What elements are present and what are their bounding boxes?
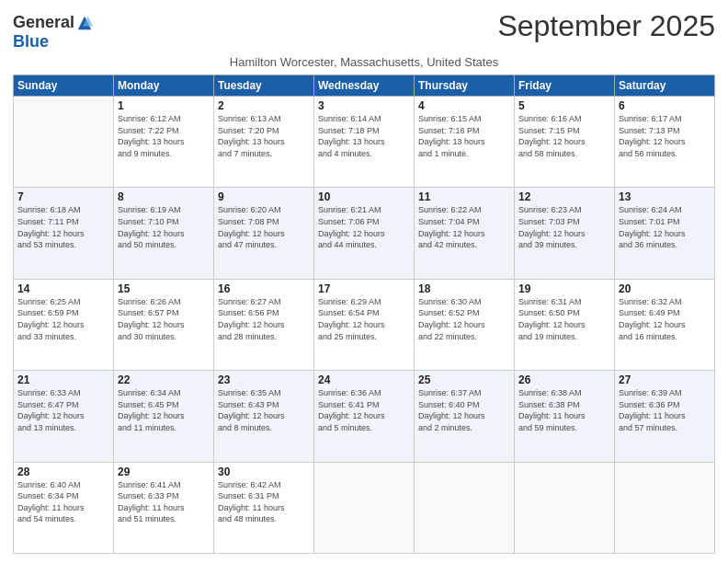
day-info: Sunrise: 6:39 AM Sunset: 6:36 PM Dayligh… [619,387,711,433]
day-number: 10 [318,190,410,203]
day-number: 8 [118,190,210,203]
day-info: Sunrise: 6:30 AM Sunset: 6:52 PM Dayligh… [418,296,510,342]
calendar-cell: 1Sunrise: 6:12 AM Sunset: 7:22 PM Daylig… [114,97,214,188]
calendar-cell: 15Sunrise: 6:26 AM Sunset: 6:57 PM Dayli… [114,279,214,370]
calendar-cell: 8Sunrise: 6:19 AM Sunset: 7:10 PM Daylig… [114,188,214,279]
location: Hamilton Worcester, Massachusetts, Unite… [13,55,715,69]
calendar-cell: 25Sunrise: 6:37 AM Sunset: 6:40 PM Dayli… [415,371,515,462]
calendar-cell: 28Sunrise: 6:40 AM Sunset: 6:34 PM Dayli… [14,462,114,553]
day-info: Sunrise: 6:25 AM Sunset: 6:59 PM Dayligh… [17,296,109,342]
calendar-header-thursday: Thursday [415,75,515,97]
calendar-cell: 30Sunrise: 6:42 AM Sunset: 6:31 PM Dayli… [214,462,314,553]
day-number: 26 [518,373,610,386]
calendar-cell: 7Sunrise: 6:18 AM Sunset: 7:11 PM Daylig… [14,188,114,279]
calendar-table: SundayMondayTuesdayWednesdayThursdayFrid… [13,75,715,554]
calendar-body: 1Sunrise: 6:12 AM Sunset: 7:22 PM Daylig… [14,97,715,554]
calendar-header-saturday: Saturday [615,75,715,97]
day-info: Sunrise: 6:41 AM Sunset: 6:33 PM Dayligh… [118,479,210,525]
calendar-cell: 29Sunrise: 6:41 AM Sunset: 6:33 PM Dayli… [114,462,214,553]
logo-icon [76,15,93,31]
day-info: Sunrise: 6:31 AM Sunset: 6:50 PM Dayligh… [518,296,610,342]
calendar-cell [615,462,715,553]
calendar-header-monday: Monday [114,75,214,97]
day-number: 18 [418,282,510,295]
day-number: 23 [218,373,310,386]
day-number: 12 [518,190,610,203]
day-info: Sunrise: 6:19 AM Sunset: 7:10 PM Dayligh… [118,204,210,250]
calendar-cell: 16Sunrise: 6:27 AM Sunset: 6:56 PM Dayli… [214,279,314,370]
calendar-cell: 23Sunrise: 6:35 AM Sunset: 6:43 PM Dayli… [214,371,314,462]
calendar-cell: 10Sunrise: 6:21 AM Sunset: 7:06 PM Dayli… [314,188,415,279]
calendar-header-wednesday: Wednesday [314,75,415,97]
day-number: 2 [218,99,310,112]
day-info: Sunrise: 6:24 AM Sunset: 7:01 PM Dayligh… [619,204,711,250]
day-number: 17 [318,282,410,295]
calendar-cell: 13Sunrise: 6:24 AM Sunset: 7:01 PM Dayli… [615,188,715,279]
calendar-cell: 18Sunrise: 6:30 AM Sunset: 6:52 PM Dayli… [415,279,515,370]
calendar-cell: 24Sunrise: 6:36 AM Sunset: 6:41 PM Dayli… [314,371,415,462]
day-info: Sunrise: 6:23 AM Sunset: 7:03 PM Dayligh… [518,204,610,250]
calendar-cell [515,462,615,553]
day-number: 11 [418,190,510,203]
calendar-week-row: 28Sunrise: 6:40 AM Sunset: 6:34 PM Dayli… [14,462,715,553]
calendar-cell: 9Sunrise: 6:20 AM Sunset: 7:08 PM Daylig… [214,188,314,279]
calendar-header-tuesday: Tuesday [214,75,314,97]
day-number: 24 [318,373,410,386]
logo-general: General [13,13,74,32]
day-info: Sunrise: 6:38 AM Sunset: 6:38 PM Dayligh… [518,387,610,433]
day-info: Sunrise: 6:33 AM Sunset: 6:47 PM Dayligh… [17,387,109,433]
calendar-cell: 5Sunrise: 6:16 AM Sunset: 7:15 PM Daylig… [515,97,615,188]
day-info: Sunrise: 6:35 AM Sunset: 6:43 PM Dayligh… [218,387,310,433]
calendar-cell: 20Sunrise: 6:32 AM Sunset: 6:49 PM Dayli… [615,279,715,370]
calendar-cell: 21Sunrise: 6:33 AM Sunset: 6:47 PM Dayli… [14,371,114,462]
day-info: Sunrise: 6:29 AM Sunset: 6:54 PM Dayligh… [318,296,410,342]
calendar-cell [14,97,114,188]
day-info: Sunrise: 6:18 AM Sunset: 7:11 PM Dayligh… [17,204,109,250]
calendar-cell [415,462,515,553]
calendar-cell: 27Sunrise: 6:39 AM Sunset: 6:36 PM Dayli… [615,371,715,462]
day-number: 1 [118,99,210,112]
calendar-header-friday: Friday [515,75,615,97]
day-info: Sunrise: 6:37 AM Sunset: 6:40 PM Dayligh… [418,387,510,433]
day-number: 21 [17,373,109,386]
day-info: Sunrise: 6:22 AM Sunset: 7:04 PM Dayligh… [418,204,510,250]
day-number: 6 [619,99,711,112]
logo: General Blue [13,13,93,52]
calendar-cell: 12Sunrise: 6:23 AM Sunset: 7:03 PM Dayli… [515,188,615,279]
day-number: 9 [218,190,310,203]
day-info: Sunrise: 6:17 AM Sunset: 7:13 PM Dayligh… [619,113,711,159]
calendar-week-row: 14Sunrise: 6:25 AM Sunset: 6:59 PM Dayli… [14,279,715,370]
day-info: Sunrise: 6:32 AM Sunset: 6:49 PM Dayligh… [619,296,711,342]
day-number: 13 [619,190,711,203]
day-number: 25 [418,373,510,386]
calendar-week-row: 1Sunrise: 6:12 AM Sunset: 7:22 PM Daylig… [14,97,715,188]
day-number: 5 [518,99,610,112]
day-info: Sunrise: 6:12 AM Sunset: 7:22 PM Dayligh… [118,113,210,159]
day-number: 30 [218,465,310,478]
day-info: Sunrise: 6:21 AM Sunset: 7:06 PM Dayligh… [318,204,410,250]
day-number: 14 [17,282,109,295]
calendar-cell: 19Sunrise: 6:31 AM Sunset: 6:50 PM Dayli… [515,279,615,370]
calendar-cell: 14Sunrise: 6:25 AM Sunset: 6:59 PM Dayli… [14,279,114,370]
day-number: 3 [318,99,410,112]
calendar-cell: 3Sunrise: 6:14 AM Sunset: 7:18 PM Daylig… [314,97,415,188]
day-info: Sunrise: 6:34 AM Sunset: 6:45 PM Dayligh… [118,387,210,433]
calendar-cell: 11Sunrise: 6:22 AM Sunset: 7:04 PM Dayli… [415,188,515,279]
day-info: Sunrise: 6:26 AM Sunset: 6:57 PM Dayligh… [118,296,210,342]
day-info: Sunrise: 6:36 AM Sunset: 6:41 PM Dayligh… [318,387,410,433]
title-block: September 2025 [497,9,715,43]
calendar-header-sunday: Sunday [14,75,114,97]
day-info: Sunrise: 6:40 AM Sunset: 6:34 PM Dayligh… [17,479,109,525]
day-number: 15 [118,282,210,295]
day-info: Sunrise: 6:15 AM Sunset: 7:16 PM Dayligh… [418,113,510,159]
calendar-cell: 17Sunrise: 6:29 AM Sunset: 6:54 PM Dayli… [314,279,415,370]
day-number: 20 [619,282,711,295]
calendar-cell [314,462,415,553]
day-info: Sunrise: 6:14 AM Sunset: 7:18 PM Dayligh… [318,113,410,159]
month-title: September 2025 [497,9,715,43]
calendar-cell: 4Sunrise: 6:15 AM Sunset: 7:16 PM Daylig… [415,97,515,188]
day-number: 28 [17,465,109,478]
day-info: Sunrise: 6:13 AM Sunset: 7:20 PM Dayligh… [218,113,310,159]
day-number: 29 [118,465,210,478]
logo-blue: Blue [13,32,49,51]
